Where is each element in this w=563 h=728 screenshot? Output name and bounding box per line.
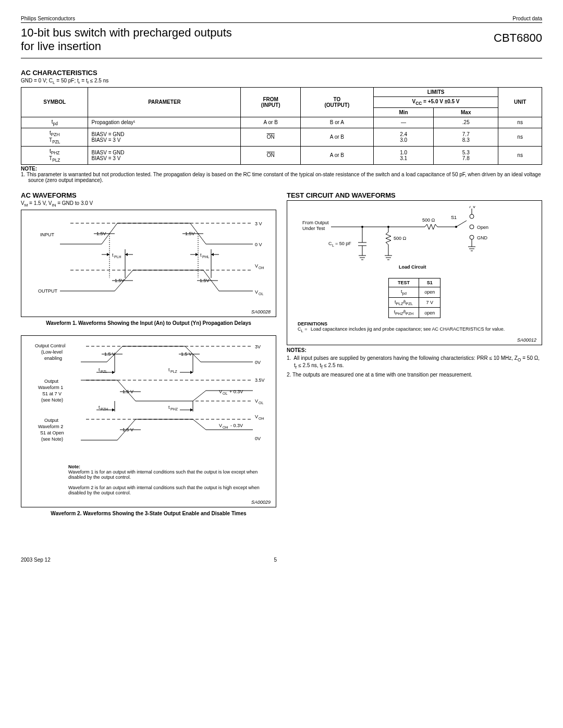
svg-text:V: V <box>255 414 258 419</box>
waveform-1-caption: Waveform 1. Waveforms Showing the Input … <box>21 320 276 326</box>
svg-text:Open: Open <box>477 225 488 230</box>
svg-text:From Output: From Output <box>302 220 329 225</box>
figref-2: SA00029 <box>27 500 271 505</box>
svg-text:PZL: PZL <box>101 370 107 373</box>
test-table: TEST S1 tpd open tPLZ/tPZL 7 V tPHZ/tPZH… <box>388 278 441 318</box>
waveform-1-box: 3 V 0 V INPUT 1.5V 1.5V tPLH tPHL <box>21 210 276 317</box>
ac-wave-cond: VM = 1.5 V, VIN = GND to 3.0 V <box>21 200 276 208</box>
svg-marker-21 <box>211 253 214 256</box>
th-unit: UNIT <box>498 87 542 117</box>
cell-unit: ns <box>498 146 542 164</box>
table-row: tPZHTPZL BIASV = GNDBIASV = 3 V ON A or … <box>21 128 542 146</box>
svg-point-113 <box>470 225 474 229</box>
svg-text:L: L <box>332 244 334 247</box>
svg-text:OH: OH <box>223 426 228 429</box>
svg-marker-19 <box>195 253 198 256</box>
cell-min: — <box>373 117 433 128</box>
th-vcc: VCC = +5.0 V ±0.5 V <box>373 96 498 107</box>
svg-text:t: t <box>168 405 170 410</box>
cell: tpd <box>388 287 419 297</box>
svg-text:V: V <box>219 389 222 394</box>
cell: open <box>419 287 440 297</box>
ac-cond: GND = 0 V; CL = 50 pF; tr = tf ≤ 2.5 ns <box>21 78 542 85</box>
svg-text:500 Ω: 500 Ω <box>422 217 435 223</box>
svg-text:PHZ: PHZ <box>170 407 178 411</box>
svg-text:0V: 0V <box>255 360 261 365</box>
svg-text:= 50 pF: = 50 pF <box>335 241 351 246</box>
svg-marker-51 <box>190 371 193 374</box>
waveform-2-box: 3V 0V Output Control (Low-level enabling… <box>21 335 276 507</box>
test-note-1: 1. All input pulses are supplied by gene… <box>294 355 542 370</box>
header-right: Product data <box>512 16 542 21</box>
page-header: Philips Semiconductors Product data <box>21 16 542 23</box>
svg-text:GND: GND <box>477 235 488 240</box>
left-column: AC WAVEFORMS VM = 1.5 V, VIN = GND to 3.… <box>21 191 276 526</box>
title-block: 10-bit bus switch with precharged output… <box>21 23 542 58</box>
svg-marker-13 <box>107 253 109 256</box>
svg-text:OL: OL <box>259 292 263 296</box>
table-row: tPHZ/tPZH open <box>388 308 440 318</box>
svg-text:enabling: enabling <box>44 356 62 361</box>
ac-characteristics-heading: AC CHARACTERISTICS <box>21 69 542 77</box>
svg-text:(Low-level: (Low-level <box>41 349 63 355</box>
cell-max: .25 <box>434 117 498 128</box>
cell-symbol: tPZHTPZL <box>21 128 88 146</box>
svg-text:Output: Output <box>44 418 59 423</box>
svg-marker-71 <box>112 408 115 411</box>
svg-text:OH: OH <box>259 417 264 420</box>
footer-page: 5 <box>274 557 277 563</box>
wave2-note-head: Note: <box>68 464 80 469</box>
test-notes-head: NOTES: <box>287 347 542 353</box>
svg-text:PHL: PHL <box>202 255 210 259</box>
title-line2: for live insertion <box>21 40 101 53</box>
svg-text:Output Control: Output Control <box>35 343 66 348</box>
th-from: FROM(INPUT) <box>241 87 300 117</box>
test-note-2: 2. The outputs are measured one at a tim… <box>294 372 542 378</box>
title-left: 10-bit bus switch with precharged output… <box>21 26 232 54</box>
svg-text:500 Ω: 500 Ω <box>394 236 407 241</box>
svg-marker-15 <box>125 253 128 256</box>
page-footer: 2003 Sep 12 5 <box>21 557 542 563</box>
svg-text:t: t <box>112 252 114 258</box>
svg-text:PLZ: PLZ <box>170 370 178 373</box>
cell: open <box>419 308 440 318</box>
cell-to: A or B <box>300 128 373 146</box>
wave2-note-block: Note: Waveform 1 is for an output with i… <box>68 464 265 495</box>
title-right: CBT6800 <box>494 26 542 45</box>
svg-text:(see Note): (see Note) <box>41 397 63 403</box>
cell: tPHZ/tPZH <box>388 308 419 318</box>
cell-from: ON <box>241 128 300 146</box>
th-max: Max <box>434 107 498 117</box>
th-to: TO(OUTPUT) <box>300 87 373 117</box>
cell-param: Propagation delay¹ <box>88 117 241 128</box>
cell-from: A or B <box>241 117 300 128</box>
svg-text:S1: S1 <box>451 215 457 220</box>
svg-text:Load Circuit: Load Circuit <box>399 264 426 270</box>
svg-text:V: V <box>255 289 258 295</box>
footer-date: 2003 Sep 12 <box>21 557 51 563</box>
svg-text:OL: OL <box>259 401 263 405</box>
svg-text:(see Note): (see Note) <box>41 436 63 442</box>
svg-text:V: V <box>255 398 258 404</box>
cell-param: BIASV = GNDBIASV = 3 V <box>88 128 241 146</box>
svg-text:S1 at 7 V: S1 at 7 V <box>42 391 62 396</box>
table-row: tpd Propagation delay¹ A or B B or A — .… <box>21 117 542 128</box>
svg-text:3V: 3V <box>255 344 261 349</box>
svg-text:S1 at Open: S1 at Open <box>40 430 64 435</box>
def-cl-text: Load capacitance includes jig and probe … <box>311 326 505 332</box>
svg-text:V: V <box>219 423 222 428</box>
svg-point-114 <box>470 235 474 239</box>
test-circuit-svg: 500 Ω 500 Ω S1 7 V Open GND <box>292 206 536 274</box>
svg-text:OUTPUT: OUTPUT <box>38 288 58 294</box>
cell-unit: ns <box>498 117 542 128</box>
svg-text:t: t <box>99 405 100 410</box>
cell-unit: ns <box>498 128 542 146</box>
svg-text:C: C <box>328 241 332 246</box>
table-row: tPLZ/tPZL 7 V <box>388 297 440 308</box>
cell-symbol: tpd <box>21 117 88 128</box>
figref-1: SA00028 <box>27 309 271 314</box>
svg-text:Waveform 2: Waveform 2 <box>38 424 63 429</box>
note-body: 1. This parameter is warranted but not p… <box>28 172 542 183</box>
table-row: tpd open <box>388 287 440 297</box>
wave2-note2: Waveform 2 is for an output with interna… <box>68 485 260 495</box>
